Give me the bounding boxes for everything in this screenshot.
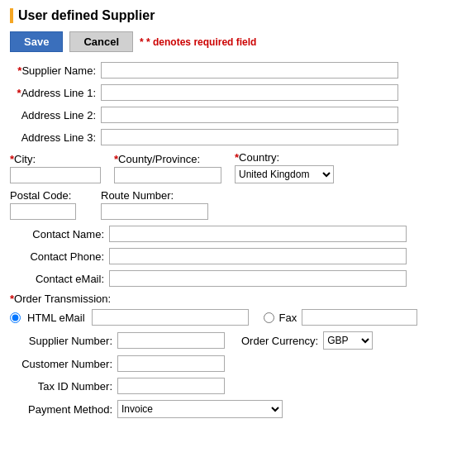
supplier-currency-row: Supplier Number: Order Currency: GBP USD…: [10, 331, 466, 350]
html-email-input[interactable]: [92, 309, 249, 326]
customer-number-row: Customer Number:: [10, 355, 466, 372]
supplier-name-input[interactable]: [101, 62, 398, 79]
postal-route-row: Postal Code: Route Number:: [10, 189, 466, 220]
address3-row: Address Line 3:: [10, 129, 466, 145]
address3-label: Address Line 3:: [10, 131, 101, 144]
contact-name-input[interactable]: [109, 226, 407, 242]
payment-method-row: Payment Method: Invoice Credit Card Purc…: [10, 400, 466, 418]
customer-number-label: Customer Number:: [10, 358, 117, 370]
order-currency-select[interactable]: GBP USD EUR CAD AUD: [323, 331, 373, 350]
postal-code-input[interactable]: [10, 203, 76, 220]
fax-radio[interactable]: [264, 312, 274, 323]
supplier-number-label: Supplier Number:: [10, 335, 117, 347]
tax-id-row: Tax ID Number:: [10, 378, 466, 394]
page-title-text: User defined Supplier: [18, 8, 155, 22]
country-col: *Country: United Kingdom United States C…: [235, 151, 334, 183]
postal-code-label: Postal Code:: [10, 189, 76, 202]
country-label: *Country:: [235, 151, 334, 164]
payment-method-label: Payment Method:: [10, 403, 117, 416]
address1-row: *Address Line 1:: [10, 84, 466, 101]
required-note: * * denotes required field: [140, 36, 256, 48]
route-number-input[interactable]: [101, 203, 208, 220]
tax-id-label: Tax ID Number:: [10, 380, 117, 393]
county-input[interactable]: [114, 167, 221, 183]
toolbar: Save Cancel * * denotes required field: [10, 31, 466, 52]
city-input[interactable]: [10, 167, 101, 183]
route-number-label: Route Number:: [101, 189, 208, 202]
route-group: Route Number:: [101, 189, 208, 220]
address2-label: Address Line 2:: [10, 109, 101, 121]
contact-name-label: Contact Name:: [10, 228, 109, 240]
address2-row: Address Line 2:: [10, 107, 466, 123]
address2-input[interactable]: [101, 107, 398, 123]
order-currency-section: Order Currency: GBP USD EUR CAD AUD: [241, 331, 373, 350]
form-section: *Supplier Name: *Address Line 1: Address…: [10, 62, 466, 418]
city-label: *City:: [10, 153, 101, 165]
radio-row: HTML eMail Fax: [10, 309, 466, 326]
address1-label: *Address Line 1:: [10, 87, 101, 99]
html-email-label: HTML eMail: [27, 312, 85, 324]
customer-number-input[interactable]: [117, 355, 225, 372]
contact-email-row: Contact eMail:: [10, 270, 466, 287]
page-title: User defined Supplier: [10, 8, 466, 23]
contact-phone-label: Contact Phone:: [10, 250, 109, 263]
county-col: *County/Province:: [114, 153, 221, 183]
fax-label: Fax: [279, 312, 298, 324]
postal-group: Postal Code:: [10, 189, 76, 220]
supplier-number-input[interactable]: [117, 332, 225, 349]
required-asterisk: *: [140, 36, 144, 48]
fax-section: Fax: [264, 309, 418, 326]
address3-input[interactable]: [101, 129, 398, 145]
contact-email-label: Contact eMail:: [10, 273, 109, 285]
save-button[interactable]: Save: [10, 31, 63, 52]
fax-input[interactable]: [302, 309, 417, 326]
required-note-text: * denotes required field: [146, 36, 256, 48]
order-transmission-label: *Order Transmission:: [10, 293, 111, 305]
cancel-button[interactable]: Cancel: [69, 31, 133, 52]
payment-method-select[interactable]: Invoice Credit Card Purchase Order Elect…: [117, 400, 283, 418]
order-transmission-row: *Order Transmission:: [10, 293, 466, 305]
country-select[interactable]: United Kingdom United States Canada Aust…: [235, 165, 334, 183]
address1-input[interactable]: [101, 84, 398, 101]
page-wrapper: User defined Supplier Save Cancel * * de…: [0, 0, 476, 432]
city-county-country-row: *City: *County/Province: *Country: Unite…: [10, 151, 466, 183]
contact-phone-input[interactable]: [109, 248, 407, 264]
html-email-radio[interactable]: [10, 312, 21, 323]
supplier-name-row: *Supplier Name:: [10, 62, 466, 79]
city-col: *City:: [10, 153, 101, 183]
order-currency-label: Order Currency:: [241, 335, 318, 347]
contact-phone-row: Contact Phone:: [10, 248, 466, 264]
contact-name-row: Contact Name:: [10, 226, 466, 242]
supplier-name-label: *Supplier Name:: [10, 64, 101, 77]
contact-email-input[interactable]: [109, 270, 407, 287]
county-label: *County/Province:: [114, 153, 221, 165]
tax-id-input[interactable]: [117, 378, 225, 394]
